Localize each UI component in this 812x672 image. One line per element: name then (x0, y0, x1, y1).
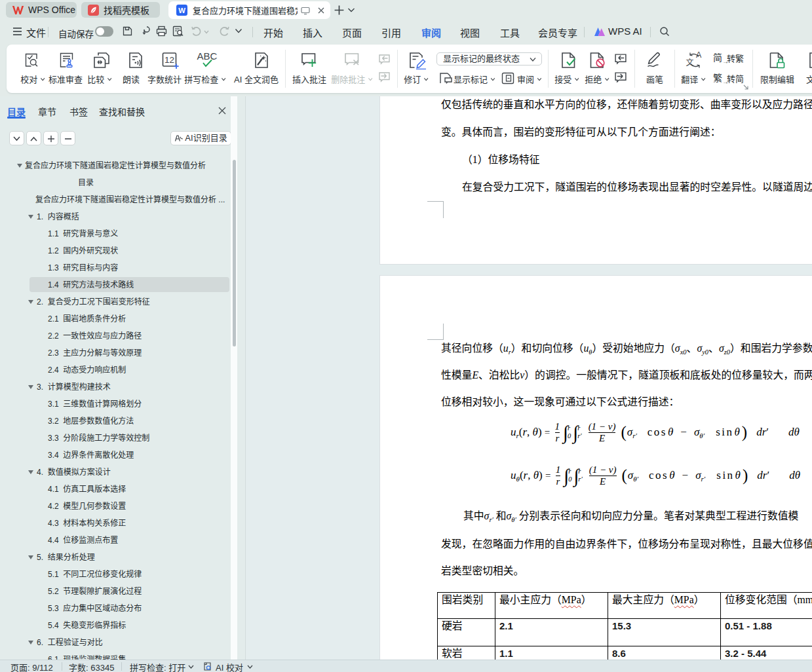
svg-text:12: 12 (164, 55, 174, 65)
svg-text:W: W (178, 7, 185, 14)
svg-text:ABC: ABC (197, 51, 218, 62)
